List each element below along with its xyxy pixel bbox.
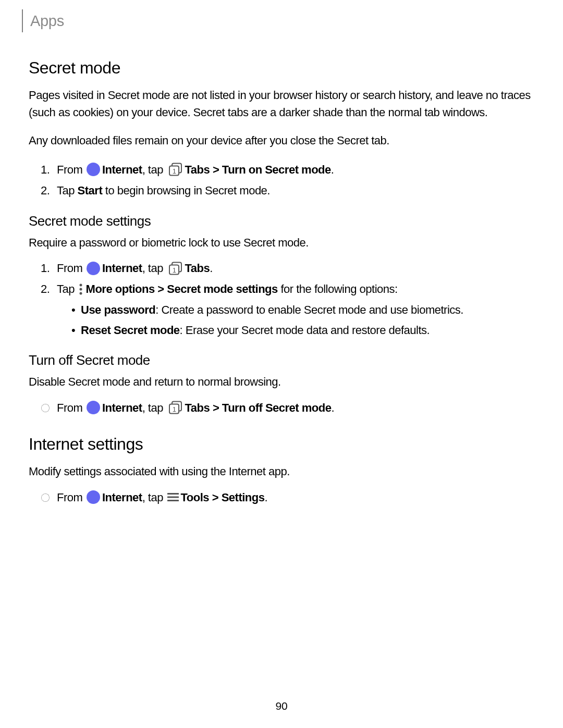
- to-mid: , tap: [142, 401, 166, 414]
- tabs-icon: 1: [168, 401, 183, 414]
- step1-internet: Internet: [102, 163, 142, 176]
- tools-icon: [167, 492, 179, 502]
- internet-icon: [87, 163, 100, 176]
- is-mid: , tap: [142, 491, 166, 504]
- heading-turn-off-secret-mode: Turn off Secret mode: [29, 352, 534, 368]
- svg-point-11: [79, 288, 82, 290]
- svg-text:1: 1: [172, 266, 176, 274]
- s1-end: .: [210, 262, 213, 275]
- opt2-text: : Erase your Secret mode data and restor…: [180, 324, 430, 337]
- step1-pre: From: [57, 163, 85, 176]
- s1-tabs: Tabs: [185, 262, 210, 275]
- s2-end: for the following options:: [278, 282, 398, 295]
- is-action: Tools > Settings: [181, 491, 265, 504]
- settings-step-more-options: Tap More options > Secret mode settings …: [53, 280, 534, 339]
- page-number: 90: [0, 700, 563, 712]
- secret-mode-steps: From Internet, tap 1Tabs > Turn on Secre…: [29, 161, 534, 200]
- heading-secret-mode-settings: Secret mode settings: [29, 213, 534, 229]
- s2-pre: Tap: [57, 282, 78, 295]
- to-action: Tabs > Turn off Secret mode: [185, 401, 332, 414]
- svg-point-10: [79, 283, 82, 286]
- s1-internet: Internet: [102, 262, 142, 275]
- s2-action: More options > Secret mode settings: [86, 282, 278, 295]
- internet-icon: [87, 401, 100, 414]
- svg-text:1: 1: [172, 405, 176, 413]
- svg-point-6: [91, 265, 96, 270]
- option-reset-secret-mode: Reset Secret mode: Erase your Secret mod…: [71, 322, 534, 339]
- internet-icon: [87, 490, 100, 504]
- svg-point-19: [91, 495, 96, 500]
- is-pre: From: [57, 491, 85, 504]
- step2-start: Start: [78, 184, 103, 197]
- internet-settings-step: From Internet, tap Tools > Settings.: [29, 489, 534, 507]
- s1-mid: , tap: [142, 262, 166, 275]
- settings-options: Use password: Create a password to enabl…: [57, 302, 534, 339]
- step1-end: .: [331, 163, 334, 176]
- opt1-text: : Create a password to enable Secret mod…: [155, 303, 463, 316]
- turnoff-step: From Internet, tap 1Tabs > Turn off Secr…: [29, 399, 534, 417]
- step-turn-on-secret: From Internet, tap 1Tabs > Turn on Secre…: [53, 161, 534, 179]
- breadcrumb: Apps: [22, 9, 534, 32]
- is-internet: Internet: [102, 491, 142, 504]
- step2-pre: Tap: [57, 184, 78, 197]
- more-options-icon: [79, 283, 83, 295]
- settings-step-tabs: From Internet, tap 1Tabs.: [53, 260, 534, 277]
- tabs-icon: 1: [168, 163, 183, 176]
- tabs-icon: 1: [168, 262, 183, 275]
- para-secret-mode-2: Any downloaded files remain on your devi…: [29, 132, 534, 150]
- is-end: .: [264, 491, 267, 504]
- breadcrumb-label: Apps: [30, 13, 64, 30]
- svg-point-12: [79, 292, 82, 294]
- step1-mid: , tap: [142, 163, 166, 176]
- opt2-bold: Reset Secret mode: [81, 324, 180, 337]
- to-internet: Internet: [102, 401, 142, 414]
- step1-action: Tabs > Turn on Secret mode: [185, 163, 331, 176]
- s1-pre: From: [57, 262, 85, 275]
- heading-internet-settings: Internet settings: [29, 435, 534, 454]
- option-use-password: Use password: Create a password to enabl…: [71, 302, 534, 318]
- heading-secret-mode: Secret mode: [29, 58, 534, 78]
- para-secret-mode-1: Pages visited in Secret mode are not lis…: [29, 87, 534, 121]
- svg-point-1: [91, 167, 96, 172]
- to-end: .: [331, 401, 334, 414]
- para-turnoff-intro: Disable Secret mode and return to normal…: [29, 374, 534, 391]
- step-start-browsing: Tap Start to begin browsing in Secret mo…: [53, 182, 534, 200]
- step2-end: to begin browsing in Secret mode.: [102, 184, 270, 197]
- to-pre: From: [57, 401, 85, 414]
- svg-point-14: [91, 405, 96, 410]
- settings-steps: From Internet, tap 1Tabs. Tap More optio…: [29, 260, 534, 339]
- para-settings-intro: Require a password or biometric lock to …: [29, 235, 534, 252]
- para-internet-settings-intro: Modify settings associated with using th…: [29, 463, 534, 480]
- internet-icon: [87, 262, 100, 275]
- opt1-bold: Use password: [81, 303, 155, 316]
- svg-text:1: 1: [172, 167, 176, 175]
